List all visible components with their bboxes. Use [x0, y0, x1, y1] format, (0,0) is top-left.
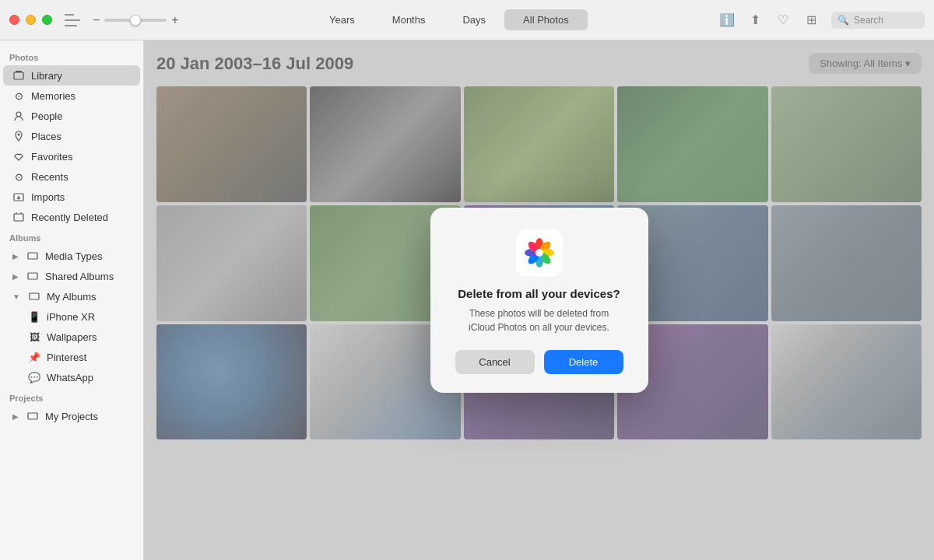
delete-button[interactable]: Delete	[544, 350, 623, 374]
imports-icon	[12, 191, 25, 203]
sidebar-item-label-my-albums: My Albums	[47, 291, 97, 303]
sidebar-item-pinterest[interactable]: 📌 Pinterest	[3, 347, 140, 367]
whatsapp-icon: 💬	[28, 371, 40, 383]
dialog-message: These photos will be deleted from iCloud…	[455, 306, 623, 334]
toolbar-left: − +	[65, 14, 179, 26]
nav-tabs: Years Months Days All Photos	[311, 9, 588, 30]
sidebar-item-label-pinterest: Pinterest	[47, 352, 86, 363]
zoom-minus-button[interactable]: −	[93, 14, 100, 26]
sidebar-section-photos: Photos	[0, 47, 143, 65]
sidebar-item-label-recents: Recents	[31, 171, 68, 183]
people-icon	[12, 110, 25, 122]
sidebar-item-label-places: Places	[31, 131, 61, 142]
sidebar-item-label-iphone-xr: iPhone XR	[47, 311, 95, 323]
svg-rect-5	[14, 214, 23, 221]
expand-shared-albums-icon: ▶	[12, 272, 19, 281]
svg-rect-1	[16, 71, 22, 72]
tab-months[interactable]: Months	[374, 9, 444, 30]
sidebar-item-shared-albums[interactable]: ▶ Shared Albums	[3, 266, 140, 286]
sidebar-item-label-shared-albums: Shared Albums	[45, 271, 114, 282]
sidebar-item-favorites[interactable]: Favorites	[3, 146, 140, 166]
app-body: Photos Library ⊙ Memories People Places	[0, 40, 934, 560]
svg-rect-9	[28, 273, 37, 279]
sidebar-item-memories[interactable]: ⊙ Memories	[3, 86, 140, 106]
delete-dialog: Delete from all your devices? These phot…	[430, 208, 648, 393]
sidebar-item-recently-deleted[interactable]: Recently Deleted	[3, 207, 140, 227]
zoom-slider-thumb[interactable]	[130, 15, 141, 26]
sidebar-item-label-people: People	[31, 110, 62, 122]
iphone-xr-icon: 📱	[28, 310, 40, 323]
sidebar-item-wallpapers[interactable]: 🖼 Wallpapers	[3, 327, 140, 347]
expand-my-projects-icon: ▶	[12, 412, 19, 421]
memories-icon: ⊙	[12, 89, 25, 102]
info-icon[interactable]: ℹ️	[719, 12, 735, 28]
sidebar-item-people[interactable]: People	[3, 106, 140, 126]
sidebar-item-my-projects[interactable]: ▶ My Projects	[3, 406, 140, 426]
dialog-title: Delete from all your devices?	[458, 287, 620, 300]
sidebar-item-library[interactable]: Library	[3, 65, 140, 86]
window-controls	[9, 15, 52, 25]
crop-icon[interactable]: ⊞	[803, 12, 819, 28]
expand-media-types-icon: ▶	[12, 252, 19, 261]
toolbar-actions: ℹ️ ⬆ ♡ ⊞ 🔍 Search	[719, 12, 925, 29]
search-icon: 🔍	[837, 15, 849, 26]
recents-icon: ⊙	[12, 170, 25, 183]
svg-point-3	[18, 134, 20, 136]
sidebar-item-whatsapp[interactable]: 💬 WhatsApp	[3, 367, 140, 387]
zoom-plus-button[interactable]: +	[171, 14, 178, 26]
maximize-button[interactable]	[42, 15, 52, 25]
share-icon[interactable]: ⬆	[747, 12, 763, 28]
sidebar-section-albums: Albums	[0, 227, 143, 246]
sidebar-toggle-button[interactable]	[65, 14, 80, 26]
sidebar-item-label-whatsapp: WhatsApp	[47, 372, 93, 383]
media-types-icon	[26, 250, 39, 262]
sidebar-item-label-memories: Memories	[31, 90, 75, 102]
svg-point-2	[16, 112, 21, 117]
zoom-slider[interactable]	[104, 19, 167, 22]
tab-days[interactable]: Days	[444, 9, 504, 30]
main-content: 20 Jan 2003–16 Jul 2009 Showing: All Ite…	[144, 40, 934, 560]
sidebar-item-label-wallpapers: Wallpapers	[47, 331, 97, 343]
svg-point-21	[535, 249, 543, 257]
titlebar: − + Years Months Days All Photos ℹ️ ⬆ ♡ …	[0, 0, 934, 40]
sidebar-item-label-favorites: Favorites	[31, 151, 72, 163]
svg-rect-11	[28, 413, 37, 419]
svg-rect-0	[14, 72, 23, 79]
expand-my-albums-icon: ▼	[12, 292, 20, 301]
sidebar-section-projects: Projects	[0, 387, 143, 406]
cancel-button[interactable]: Cancel	[455, 350, 535, 374]
sidebar-item-label-media-types: Media Types	[45, 250, 102, 262]
sidebar-item-label-library: Library	[31, 70, 62, 82]
shared-albums-icon	[26, 270, 39, 282]
dialog-buttons: Cancel Delete	[455, 350, 623, 374]
zoom-control: − +	[93, 14, 179, 26]
modal-backdrop[interactable]: Delete from all your devices? These phot…	[144, 40, 934, 560]
search-box[interactable]: 🔍 Search	[831, 12, 925, 29]
svg-rect-10	[30, 293, 39, 299]
sidebar-item-label-imports: Imports	[31, 191, 65, 203]
sidebar-item-media-types[interactable]: ▶ Media Types	[3, 246, 140, 266]
sidebar-item-imports[interactable]: Imports	[3, 187, 140, 207]
close-button[interactable]	[9, 15, 19, 25]
tab-years[interactable]: Years	[311, 9, 374, 30]
search-placeholder: Search	[854, 15, 883, 26]
photos-app-icon	[516, 229, 563, 276]
my-projects-icon	[26, 410, 39, 422]
svg-rect-8	[28, 253, 37, 259]
heart-icon[interactable]: ♡	[775, 12, 791, 28]
sidebar-item-iphone-xr[interactable]: 📱 iPhone XR	[3, 306, 140, 327]
sidebar-item-recents[interactable]: ⊙ Recents	[3, 166, 140, 187]
pinterest-icon: 📌	[28, 351, 40, 363]
minimize-button[interactable]	[26, 15, 36, 25]
tab-all-photos[interactable]: All Photos	[504, 9, 588, 30]
wallpapers-icon: 🖼	[28, 331, 40, 343]
places-icon	[12, 130, 25, 142]
sidebar: Photos Library ⊙ Memories People Places	[0, 40, 144, 560]
sidebar-item-label-recently-deleted: Recently Deleted	[31, 212, 108, 223]
sidebar-item-label-my-projects: My Projects	[45, 411, 98, 422]
library-icon	[12, 69, 25, 82]
recently-deleted-icon	[12, 211, 25, 223]
favorites-icon	[12, 150, 25, 163]
sidebar-item-my-albums[interactable]: ▼ My Albums	[3, 286, 140, 306]
sidebar-item-places[interactable]: Places	[3, 126, 140, 146]
